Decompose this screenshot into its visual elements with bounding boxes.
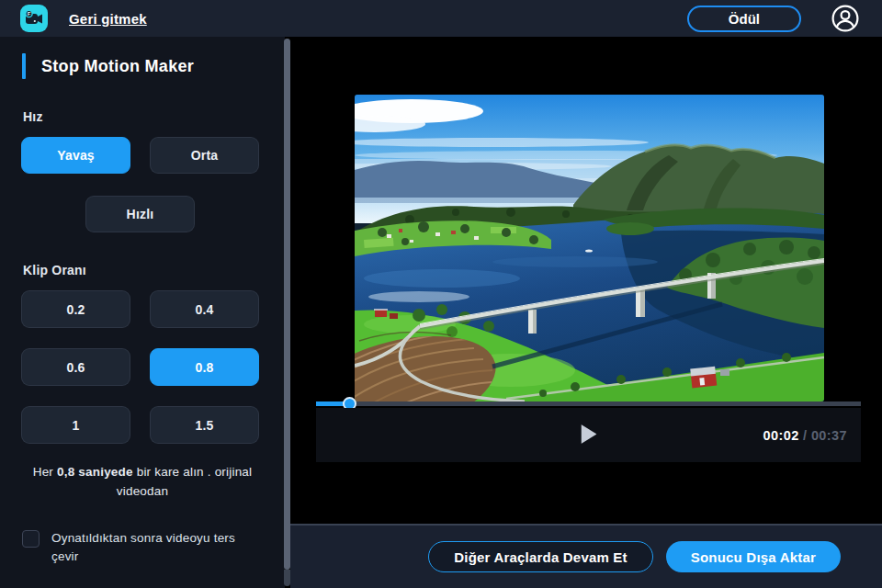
reward-button[interactable]: Ödül [687, 6, 801, 32]
settings-sidebar: Stop Motion Maker Hız Yavaş Orta Hızlı K… [0, 37, 285, 588]
reverse-video-checkbox-row[interactable]: Oynatıldıktan sonra videoyu ters çevir [22, 529, 254, 567]
ratio-option-1[interactable]: 1 [21, 406, 130, 444]
reverse-video-checkbox-label: Oynatıldıktan sonra videoyu ters çevir [51, 529, 254, 567]
desc-prefix: Her [33, 465, 57, 479]
desc-suffix: bir kare alın . orijinal videodan [117, 465, 252, 498]
ratio-option-0-8[interactable]: 0.8 [150, 348, 259, 386]
profile-avatar-icon[interactable] [831, 5, 859, 32]
ratio-option-1-5[interactable]: 1.5 [150, 406, 259, 444]
ratio-option-0-4[interactable]: 0.4 [150, 290, 259, 328]
page-title: Stop Motion Maker [41, 57, 194, 76]
scrollbar-thumb[interactable] [284, 39, 290, 570]
total-time: 00:37 [811, 428, 847, 443]
user-icon [831, 5, 859, 32]
back-link[interactable]: Geri gitmek [69, 11, 147, 27]
desc-bold-value: 0,8 saniyede [57, 465, 133, 479]
time-separator: / [799, 428, 811, 443]
speed-option-fast[interactable]: Hızlı [85, 196, 195, 232]
play-button[interactable] [575, 419, 602, 452]
speed-option-medium[interactable]: Orta [150, 137, 259, 174]
ratio-option-0-2[interactable]: 0.2 [21, 290, 130, 328]
play-icon [581, 424, 596, 444]
speed-options: Yavaş Orta Hızlı [21, 137, 259, 232]
speed-section-label: Hız [23, 109, 285, 124]
video-preview[interactable] [355, 95, 824, 401]
video-camera-icon: F [23, 7, 45, 29]
red-barn [690, 367, 717, 389]
reverse-video-checkbox[interactable] [22, 530, 40, 548]
svg-text:F: F [28, 11, 31, 17]
speed-option-slow[interactable]: Yavaş [21, 137, 130, 174]
topbar: F Geri gitmek Ödül [0, 0, 882, 37]
continue-other-tools-button[interactable]: Diğer Araçlarda Devam Et [428, 541, 653, 572]
clip-ratio-options: 0.2 0.4 0.6 0.8 1 1.5 [21, 290, 259, 444]
frame-interval-description: Her 0,8 saniyede bir kare alın . orijina… [13, 463, 272, 502]
sidebar-scrollbar[interactable] [284, 39, 290, 586]
player-controls: 00:02 / 00:37 [316, 408, 861, 462]
app-logo-camera-icon[interactable]: F [20, 5, 48, 32]
video-canvas: 00:02 / 00:37 [290, 37, 882, 524]
scrollbar-track-end [284, 570, 290, 586]
seek-bar[interactable] [316, 401, 861, 406]
clip-ratio-section-label: Klip Oranı [23, 263, 285, 277]
sidebar-title-row: Stop Motion Maker [22, 53, 285, 79]
landscape-video-frame [355, 95, 824, 401]
footer-actions: Diğer Araçlarda Devam Et Sonucu Dışa Akt… [290, 524, 882, 588]
export-result-button[interactable]: Sonucu Dışa Aktar [666, 541, 841, 572]
current-time: 00:02 [763, 428, 799, 443]
ratio-option-0-6[interactable]: 0.6 [21, 348, 130, 386]
title-accent-bar [22, 53, 26, 79]
time-display: 00:02 / 00:37 [763, 428, 847, 443]
